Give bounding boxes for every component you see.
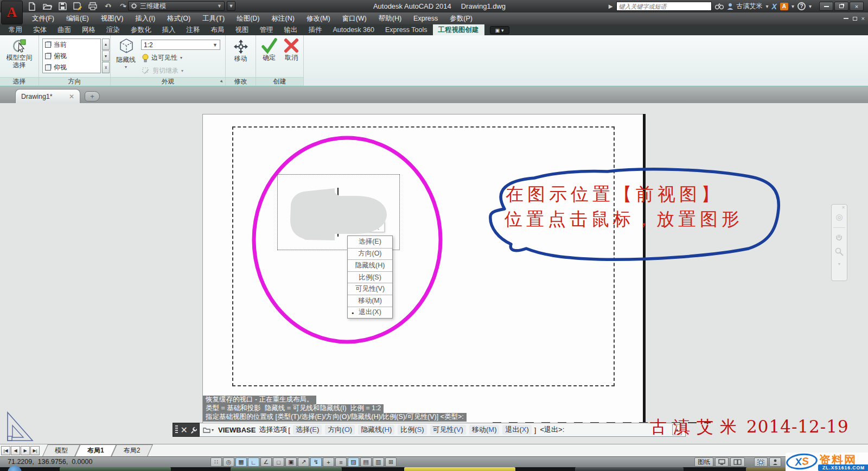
context-menu-item[interactable]: 隐藏线(H) [348,259,392,271]
ribbon-tab[interactable]: Autodesk 360 [328,24,380,35]
ribbon-tab[interactable]: 渲染 [101,24,125,35]
doc-restore-button[interactable] [853,17,857,21]
grid-display-toggle[interactable]: ▦ [235,457,247,467]
infocenter-collapse-icon[interactable]: ▶ [609,3,613,9]
ribbon-tab[interactable]: 工程视图创建 [433,24,484,35]
new-file-icon[interactable] [26,1,38,11]
context-menu-item[interactable]: 移动(M) [348,295,392,307]
ribbon-tab[interactable]: 参数化 [125,24,157,35]
ok-button[interactable]: 确定 [260,37,278,61]
layout-tab-布局1[interactable]: 布局1 [78,444,114,456]
orientation-option[interactable]: 当前 [43,39,100,50]
ribbon-tab[interactable]: 常用 [3,24,28,35]
zoom-icon[interactable] [835,247,844,256]
application-menu-button[interactable]: A [1,1,23,24]
orientation-option[interactable]: 俯视 [43,50,100,62]
redo-icon[interactable]: ↷▾ [117,1,129,11]
menu-item[interactable]: 修改(M) [301,12,336,24]
drawing-area[interactable]: 选择选项 选择(E)方向(O)隐藏线(H)比例(S)可见性(V)移动(M)●退出… [0,103,868,444]
taskbar-item[interactable] [60,467,171,471]
lineweight-toggle[interactable]: ≡ [335,457,347,467]
command-option[interactable]: 退出(X) [502,425,531,435]
command-option[interactable]: 比例(S) [398,425,426,435]
restore-button[interactable] [834,2,848,11]
panel-label-orientation[interactable]: 方向 [39,77,110,86]
taskbar-item[interactable] [231,467,342,471]
panel-label-create[interactable]: 创建 [256,77,303,86]
ribbon-tab[interactable]: 管理 [254,24,279,35]
edge-visibility-button[interactable]: 边可见性 ▾ [142,53,182,62]
doc-close-button[interactable]: × [861,15,865,22]
menu-item[interactable]: 窗口(W) [336,12,373,24]
ribbon-tab[interactable]: 曲面 [52,24,76,35]
new-drawing-button[interactable]: + [85,91,100,101]
menu-item[interactable]: 工具(T) [196,12,231,24]
search-binoculars-icon[interactable] [715,3,724,10]
customize-wrench-icon[interactable] [190,427,197,434]
annotation-monitor-toggle[interactable]: ⊞ [385,457,397,467]
command-input-line[interactable]: ▾ VIEWBASE 选择选项 [ 选择(E)方向(O)隐藏线(H)比例(S)可… [200,423,686,437]
context-menu-item[interactable]: 方向(O) [348,248,392,260]
ribbon-tab[interactable]: Express Tools [380,24,433,35]
first-tab-button[interactable]: |◀ [1,446,10,455]
panel-label-appearance[interactable]: 外观 ▸ [111,77,225,86]
context-menu-item[interactable]: 选择(E) [348,236,392,248]
open-folder-icon[interactable] [41,1,53,11]
ribbon-tab[interactable]: 插件 [303,24,328,35]
exchange-apps-icon[interactable]: X [772,2,777,11]
last-tab-button[interactable]: ▶| [30,446,40,455]
coordinate-display[interactable]: 71.2209, 136.9756, 0.0000 [8,458,92,466]
paper-model-toggle[interactable]: 图纸 [694,457,713,467]
dynamic-ucs-toggle[interactable]: ↯ [310,457,322,467]
annotation-visibility-button[interactable] [769,457,781,467]
command-option[interactable]: 选择(E) [293,425,322,435]
pan-hand-icon[interactable] [835,233,844,242]
file-tab-drawing1[interactable]: Drawing1* ✕ [15,89,80,103]
quick-view-drawings-button[interactable] [730,457,745,467]
context-menu-item[interactable]: 可见性(V) [348,283,392,295]
command-line-palette[interactable]: ✕ ▾ VIEWBASE 选择选项 [ 选择(E)方向(O)隐藏线(H)比例(S… [173,423,686,437]
minimize-button[interactable] [819,2,833,11]
search-input[interactable] [616,2,712,11]
scroll-down-button[interactable]: ▼ [102,50,110,62]
next-tab-button[interactable]: ▶ [21,446,30,455]
menu-item[interactable]: 格式(O) [161,12,196,24]
ribbon-tab[interactable]: 网格 [76,24,101,35]
menu-item[interactable]: 标注(N) [266,12,301,24]
print-icon[interactable] [87,1,99,11]
taskbar-item[interactable] [575,467,684,471]
doc-minimize-button[interactable] [844,18,848,19]
quick-view-layouts-button[interactable] [715,457,729,467]
menu-item[interactable]: 插入(I) [129,12,161,24]
command-option[interactable]: 方向(O) [325,425,355,435]
polar-tracking-toggle[interactable]: ∠ [260,457,272,467]
ribbon-tab[interactable]: 布局 [206,24,230,35]
recent-commands-icon[interactable] [203,427,210,433]
hidden-lines-button[interactable]: 隐藏线 ▾ [113,37,139,69]
command-option[interactable]: 可见性(V) [430,425,466,435]
prev-tab-button[interactable]: ◀ [11,446,20,455]
ribbon-minimize-button[interactable]: ▣▾ [490,26,509,34]
navbar-more-icon[interactable]: ▾ [838,262,840,266]
3d-object-snap-toggle[interactable]: ▣ [285,457,297,467]
ribbon-tab[interactable]: 输出 [279,24,303,35]
object-snap-toggle[interactable]: □ [273,457,284,467]
autodesk360-icon[interactable]: A [780,3,788,10]
undo-icon[interactable]: ↶▾ [102,1,114,11]
annotation-scale-button[interactable] [754,457,768,467]
navbar-close-icon[interactable]: ✕ [841,205,845,210]
cancel-button[interactable]: 取消 [283,37,299,61]
menu-item[interactable]: 文件(F) [26,12,60,24]
save-icon[interactable] [56,1,68,11]
object-snap-tracking-toggle[interactable]: ↗ [298,457,309,467]
ribbon-tab[interactable]: 实体 [28,24,52,35]
help-chevron-icon[interactable]: ▾ [809,3,812,9]
taskbar-item[interactable] [404,467,515,471]
menu-item[interactable]: 编辑(E) [60,12,95,24]
quick-properties-toggle[interactable]: ▤ [360,457,372,467]
file-tab-close-icon[interactable]: ✕ [69,93,74,100]
context-menu-item[interactable]: ●退出(X) [348,307,392,319]
move-button[interactable]: 移动 [226,35,256,62]
ribbon-tab[interactable]: 插入 [157,24,181,35]
autodesk360-chevron-icon[interactable]: ▾ [792,3,794,9]
